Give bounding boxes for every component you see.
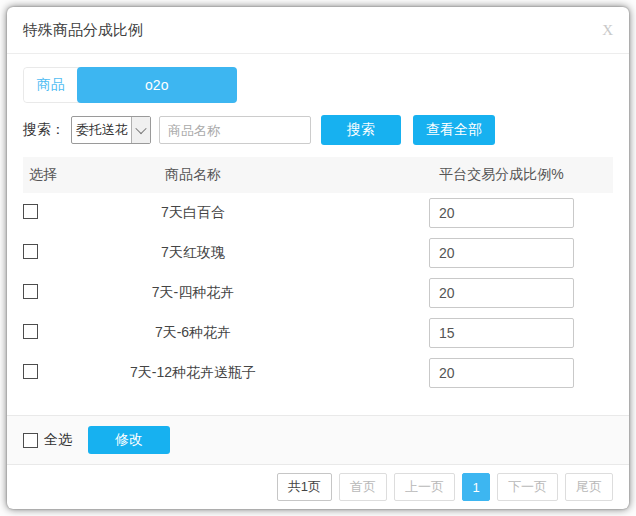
- page-total: 共1页: [277, 473, 332, 501]
- table-row: 7天-四种花卉: [23, 273, 613, 313]
- page-last-button[interactable]: 尾页: [565, 473, 613, 501]
- product-name: 7天红玫瑰: [93, 244, 293, 262]
- dialog-content: 商品 o2o 搜索： 委托送花 搜索 查看全部 选择 商品名称 平台交易分成比例…: [7, 67, 629, 501]
- product-name: 7天-12种花卉送瓶子: [93, 364, 293, 382]
- page-prev-button[interactable]: 上一页: [394, 473, 455, 501]
- row-checkbox[interactable]: [23, 324, 38, 339]
- category-select-value: 委托送花: [72, 117, 131, 143]
- ratio-input[interactable]: [429, 358, 574, 388]
- product-name: 7天白百合: [93, 204, 293, 222]
- product-table: 选择 商品名称 平台交易分成比例% 7天白百合 7天红玫瑰 7天-四种花卉: [23, 157, 613, 393]
- view-all-button[interactable]: 查看全部: [413, 115, 495, 145]
- row-checkbox[interactable]: [23, 204, 38, 219]
- ratio-input[interactable]: [429, 238, 574, 268]
- search-label: 搜索：: [23, 121, 65, 139]
- table-row: 7天-12种花卉送瓶子: [23, 353, 613, 393]
- category-select[interactable]: 委托送花: [71, 116, 151, 144]
- row-checkbox[interactable]: [23, 244, 38, 259]
- page-next-button[interactable]: 下一页: [497, 473, 558, 501]
- ratio-input[interactable]: [429, 198, 574, 228]
- tab-product[interactable]: 商品: [24, 68, 78, 102]
- dialog-header: 特殊商品分成比例 X: [7, 7, 629, 54]
- table-row: 7天红玫瑰: [23, 233, 613, 273]
- row-checkbox[interactable]: [23, 364, 38, 379]
- modify-button[interactable]: 修改: [88, 426, 170, 454]
- tab-bar: 商品 o2o: [23, 67, 237, 103]
- footer-bar: 全选 修改: [7, 415, 629, 465]
- row-checkbox[interactable]: [23, 284, 38, 299]
- table-row: 7天-6种花卉: [23, 313, 613, 353]
- ratio-input[interactable]: [429, 278, 574, 308]
- select-all-label: 全选: [44, 431, 72, 449]
- product-name: 7天-四种花卉: [93, 284, 293, 302]
- search-row: 搜索： 委托送花 搜索 查看全部: [23, 115, 613, 145]
- page-current[interactable]: 1: [462, 473, 490, 501]
- tab-o2o[interactable]: o2o: [77, 67, 238, 103]
- page-first-button[interactable]: 首页: [339, 473, 387, 501]
- product-name-input[interactable]: [159, 116, 311, 144]
- special-product-ratio-dialog: 特殊商品分成比例 X 商品 o2o 搜索： 委托送花 搜索 查看全部 选择 商品…: [7, 7, 629, 509]
- header-product-name: 商品名称: [93, 166, 293, 184]
- chevron-down-icon: [131, 117, 150, 143]
- product-name: 7天-6种花卉: [93, 324, 293, 342]
- ratio-input[interactable]: [429, 318, 574, 348]
- dialog-title: 特殊商品分成比例: [23, 21, 143, 40]
- header-ratio: 平台交易分成比例%: [429, 166, 574, 184]
- select-all-checkbox[interactable]: [23, 433, 38, 448]
- search-button[interactable]: 搜索: [321, 115, 401, 145]
- table-row: 7天白百合: [23, 193, 613, 233]
- table-header-row: 选择 商品名称 平台交易分成比例%: [23, 157, 613, 193]
- pagination: 共1页 首页 上一页 1 下一页 尾页: [23, 473, 613, 501]
- close-icon[interactable]: X: [602, 22, 613, 39]
- header-select: 选择: [23, 166, 93, 184]
